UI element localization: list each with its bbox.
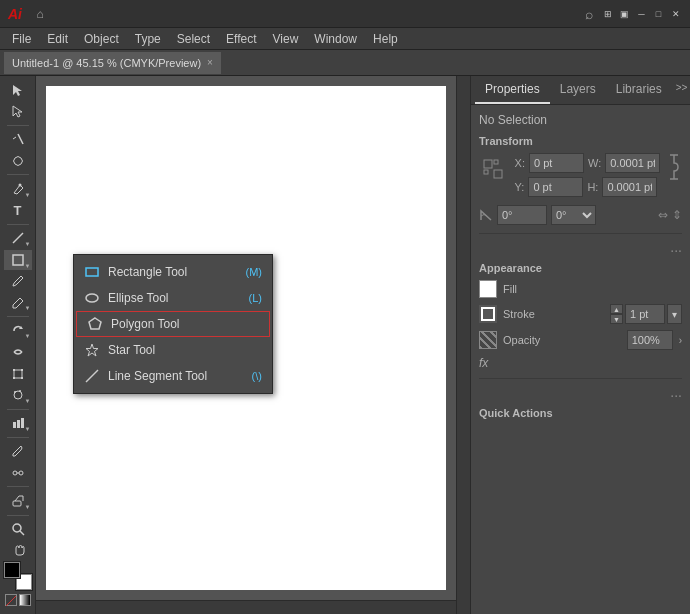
hand-tool-button[interactable] bbox=[4, 541, 32, 560]
close-button[interactable]: ✕ bbox=[669, 7, 682, 20]
app-icon: Ai bbox=[8, 6, 22, 22]
flip-horizontal-icon[interactable]: ⇔ bbox=[658, 208, 668, 222]
line-segment-tool-button[interactable]: ▼ bbox=[4, 229, 32, 248]
tab-close-button[interactable]: × bbox=[207, 57, 213, 68]
type-tool-button[interactable]: T bbox=[4, 201, 32, 220]
direct-selection-tool-button[interactable] bbox=[4, 101, 32, 120]
selection-tool-button[interactable] bbox=[4, 80, 32, 99]
vertical-scrollbar[interactable] bbox=[456, 76, 470, 614]
pencil-tool-arrow: ▼ bbox=[25, 305, 31, 311]
rectangle-tool-item[interactable]: Rectangle Tool (M) bbox=[74, 259, 272, 285]
eraser-tool-button[interactable]: ▼ bbox=[4, 491, 32, 510]
fx-button[interactable]: fx bbox=[479, 356, 682, 370]
polygon-tool-icon bbox=[87, 316, 103, 332]
align-reference-icon[interactable] bbox=[482, 158, 506, 182]
pen-tool-arrow: ▼ bbox=[25, 192, 31, 198]
magic-wand-tool-button[interactable] bbox=[4, 130, 32, 149]
svg-point-21 bbox=[13, 524, 21, 532]
toolbar-separator-6 bbox=[7, 437, 29, 438]
stroke-label: Stroke bbox=[503, 308, 604, 320]
ellipse-tool-icon bbox=[84, 290, 100, 306]
shape-tool-button[interactable]: ▼ bbox=[4, 250, 32, 269]
line-segment-tool-item[interactable]: Line Segment Tool (\) bbox=[74, 363, 272, 389]
menu-object[interactable]: Object bbox=[76, 30, 127, 48]
blend-tool-button[interactable] bbox=[4, 463, 32, 482]
none-swatch[interactable] bbox=[5, 594, 17, 606]
appearance-more-options[interactable]: ··· bbox=[479, 387, 682, 403]
svg-rect-4 bbox=[13, 255, 23, 265]
stroke-color-swatch[interactable] bbox=[479, 305, 497, 323]
gradient-swatch[interactable] bbox=[19, 594, 31, 606]
lasso-tool-button[interactable] bbox=[4, 151, 32, 170]
svg-rect-20 bbox=[13, 501, 21, 506]
angle-input[interactable] bbox=[497, 205, 547, 225]
document-tab[interactable]: Untitled-1 @ 45.15 % (CMYK/Preview) × bbox=[4, 52, 221, 74]
rotate-tool-button[interactable]: ▼ bbox=[4, 321, 32, 340]
menu-type[interactable]: Type bbox=[127, 30, 169, 48]
shape-tool-dropdown: Rectangle Tool (M) Ellipse Tool (L) Poly… bbox=[73, 254, 273, 394]
menu-view[interactable]: View bbox=[265, 30, 307, 48]
warp-tool-button[interactable] bbox=[4, 342, 32, 361]
paintbrush-tool-button[interactable] bbox=[4, 272, 32, 291]
appearance-section-title: Appearance bbox=[479, 262, 682, 274]
opacity-input[interactable] bbox=[627, 330, 673, 350]
fill-color-swatch[interactable] bbox=[479, 280, 497, 298]
y-label: Y: bbox=[515, 181, 525, 193]
fill-swatch[interactable] bbox=[4, 562, 20, 578]
x-input[interactable] bbox=[529, 153, 584, 173]
tab-properties[interactable]: Properties bbox=[475, 76, 550, 104]
stroke-stepper[interactable]: ▲ ▼ bbox=[610, 304, 623, 324]
opacity-expand-button[interactable]: › bbox=[679, 335, 682, 346]
quick-actions-title: Quick Actions bbox=[479, 407, 682, 419]
svg-rect-29 bbox=[484, 160, 492, 168]
w-input[interactable] bbox=[605, 153, 660, 173]
angle-dropdown[interactable]: 0° 90° 180° bbox=[551, 205, 596, 225]
stroke-decrement-button[interactable]: ▼ bbox=[610, 314, 623, 324]
stroke-unit-dropdown[interactable]: ▾ bbox=[667, 304, 682, 324]
toolbar-separator-8 bbox=[7, 515, 29, 516]
h-input[interactable] bbox=[602, 177, 657, 197]
polygon-tool-item[interactable]: Polygon Tool bbox=[76, 311, 270, 337]
tab-layers[interactable]: Layers bbox=[550, 76, 606, 104]
maximize-button[interactable]: □ bbox=[652, 7, 665, 20]
menu-help[interactable]: Help bbox=[365, 30, 406, 48]
menu-window[interactable]: Window bbox=[306, 30, 365, 48]
grid-view-icon[interactable]: ⊞ bbox=[601, 7, 614, 20]
menu-file[interactable]: File bbox=[4, 30, 39, 48]
ellipse-tool-item[interactable]: Ellipse Tool (L) bbox=[74, 285, 272, 311]
shape-tool-arrow: ▼ bbox=[25, 263, 31, 269]
svg-line-1 bbox=[13, 137, 16, 139]
line-tool-arrow: ▼ bbox=[25, 241, 31, 247]
free-transform-tool-button[interactable] bbox=[4, 364, 32, 383]
svg-line-23 bbox=[6, 596, 16, 606]
symbol-sprayer-tool-button[interactable]: ▼ bbox=[4, 385, 32, 404]
horizontal-scrollbar[interactable] bbox=[36, 600, 456, 614]
stroke-increment-button[interactable]: ▲ bbox=[610, 304, 623, 314]
menu-select[interactable]: Select bbox=[169, 30, 218, 48]
ellipse-tool-label: Ellipse Tool bbox=[108, 291, 168, 305]
fill-stroke-swatch[interactable] bbox=[4, 562, 32, 590]
search-icon[interactable]: ⌕ bbox=[585, 6, 593, 22]
polygon-tool-label: Polygon Tool bbox=[111, 317, 180, 331]
graph-tool-button[interactable]: ▼ bbox=[4, 413, 32, 432]
pen-tool-button[interactable]: ▼ bbox=[4, 179, 32, 198]
section-divider-1 bbox=[479, 233, 682, 234]
zoom-tool-button[interactable] bbox=[4, 519, 32, 538]
y-input[interactable] bbox=[528, 177, 583, 197]
panel-icon[interactable]: ▣ bbox=[618, 7, 631, 20]
transform-more-options[interactable]: ··· bbox=[479, 242, 682, 258]
eraser-tool-arrow: ▼ bbox=[25, 504, 31, 510]
eyedropper-tool-button[interactable] bbox=[4, 442, 32, 461]
home-button[interactable]: ⌂ bbox=[30, 4, 50, 24]
star-tool-item[interactable]: Star Tool bbox=[74, 337, 272, 363]
flip-vertical-icon[interactable]: ⇕ bbox=[672, 208, 682, 222]
pencil-tool-button[interactable]: ▼ bbox=[4, 293, 32, 312]
menu-edit[interactable]: Edit bbox=[39, 30, 76, 48]
minimize-button[interactable]: ─ bbox=[635, 7, 648, 20]
svg-marker-27 bbox=[86, 344, 98, 356]
stroke-value-input[interactable] bbox=[625, 304, 665, 324]
tab-libraries[interactable]: Libraries bbox=[606, 76, 672, 104]
menu-effect[interactable]: Effect bbox=[218, 30, 264, 48]
constrain-proportions-icon[interactable] bbox=[666, 153, 682, 183]
panel-expander-icon[interactable]: >> bbox=[672, 76, 690, 104]
